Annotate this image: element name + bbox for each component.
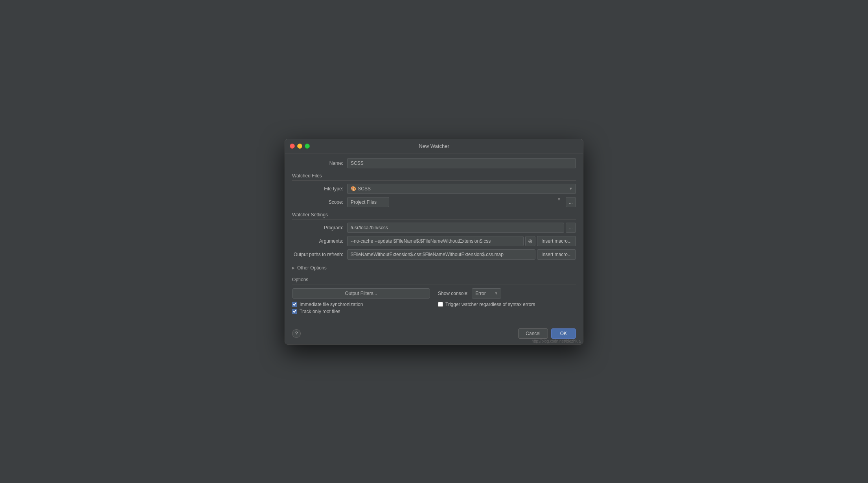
close-button[interactable] [290,144,295,149]
output-paths-input[interactable] [347,249,535,260]
name-input[interactable] [347,158,576,168]
output-paths-controls: Insert macro... [347,249,576,260]
console-select[interactable]: Error Always Never [472,288,501,299]
watermark: http://blog.csdn.net/blezhlua [531,339,581,343]
arguments-label: Arguments: [292,238,347,244]
show-console-label: Show console: [438,291,469,296]
options-left-col: Output Filters... Immediate file synchro… [292,288,430,316]
track-root-row: Track only root files [292,309,430,314]
name-row: Name: [292,158,576,168]
name-label: Name: [292,160,347,166]
scope-select[interactable]: Project Files All Files Module Files [347,197,389,207]
dialog-body: Name: Watched Files File type: 🎨 SCSS ▼ … [285,153,583,323]
program-input[interactable] [347,223,564,233]
trigger-watcher-row: Trigger watcher regardless of syntax err… [438,302,576,307]
watched-files-header: Watched Files [292,173,576,181]
arguments-controls: ⊕ Insert macro... [347,236,576,246]
scope-select-wrapper: Project Files All Files Module Files ▼ [347,197,564,207]
minimize-button[interactable] [297,144,302,149]
ok-button[interactable]: OK [551,328,576,339]
console-select-wrapper: Error Always Never ▼ [472,288,501,299]
options-grid: Output Filters... Immediate file synchro… [292,288,576,316]
title-bar: New Watcher [285,139,583,153]
output-paths-row: Output paths to refresh: Insert macro... [292,249,576,260]
scope-chevron-icon: ▼ [557,197,561,201]
footer-actions: Cancel OK [518,328,576,339]
trigger-watcher-label[interactable]: Trigger watcher regardless of syntax err… [445,302,535,307]
immediate-sync-checkbox[interactable] [292,302,297,307]
file-type-row: File type: 🎨 SCSS ▼ [292,184,576,194]
new-watcher-dialog: New Watcher Name: Watched Files File typ… [285,139,583,345]
trigger-watcher-checkbox[interactable] [438,302,443,307]
dialog-title: New Watcher [419,143,449,149]
scope-row: Scope: Project Files All Files Module Fi… [292,197,576,207]
other-options-label: Other Options [297,265,327,271]
other-options-arrow-icon: ▶ [292,266,295,270]
options-right-col: Show console: Error Always Never ▼ [438,288,576,316]
cancel-button[interactable]: Cancel [518,328,548,339]
program-row: Program: ... [292,223,576,233]
show-console-row: Show console: Error Always Never ▼ [438,288,576,299]
other-options-toggle[interactable]: ▶ Other Options [292,263,576,273]
immediate-sync-label[interactable]: Immediate file synchronization [300,302,363,307]
watcher-settings-header: Watcher Settings [292,212,576,219]
maximize-button[interactable] [305,144,310,149]
output-paths-insert-macro-button[interactable]: Insert macro... [537,249,576,260]
options-header: Options [292,277,576,284]
track-root-checkbox[interactable] [292,309,297,314]
output-filters-button[interactable]: Output Filters... [292,288,430,299]
arguments-row: Arguments: ⊕ Insert macro... [292,236,576,246]
arguments-input[interactable] [347,236,524,246]
arguments-insert-icon-button[interactable]: ⊕ [525,236,535,246]
file-type-select[interactable]: 🎨 SCSS [347,184,576,194]
traffic-lights [290,144,310,149]
scope-controls: Project Files All Files Module Files ▼ .… [347,197,576,207]
program-label: Program: [292,225,347,230]
scope-more-button[interactable]: ... [566,197,576,207]
file-type-select-wrapper: 🎨 SCSS ▼ [347,184,576,194]
program-browse-button[interactable]: ... [566,223,576,233]
help-button[interactable]: ? [292,329,301,338]
output-paths-label: Output paths to refresh: [292,252,347,257]
scope-label: Scope: [292,199,347,205]
file-type-label: File type: [292,186,347,192]
arguments-insert-macro-button[interactable]: Insert macro... [537,236,576,246]
program-controls: ... [347,223,576,233]
options-section: Options Output Filters... Immediate file… [292,277,576,316]
immediate-sync-row: Immediate file synchronization [292,302,430,307]
track-root-label[interactable]: Track only root files [300,309,340,314]
